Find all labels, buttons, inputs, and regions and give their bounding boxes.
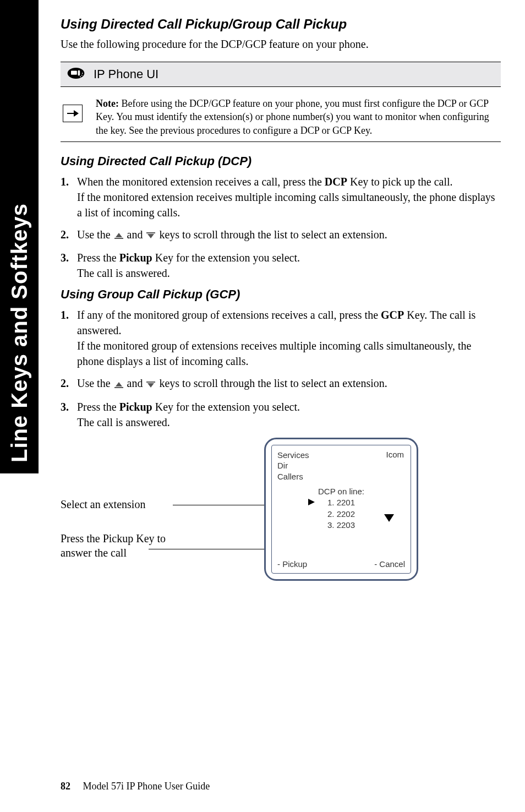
screen-softkey-cancel: - Cancel xyxy=(374,559,405,569)
step-number: 1. xyxy=(61,174,73,220)
svg-point-4 xyxy=(81,75,83,76)
dcp-heading: Using Directed Call Pickup (DCP) xyxy=(61,154,501,168)
footer-text: Model 57i IP Phone User Guide xyxy=(83,781,210,792)
page-content: Using Directed Call Pickup/Group Call Pi… xyxy=(61,17,501,603)
svg-rect-14 xyxy=(146,382,155,383)
svg-rect-13 xyxy=(114,387,123,388)
step-number: 1. xyxy=(61,307,73,369)
svg-marker-7 xyxy=(74,110,79,117)
diagram-label-pickup: Press the Pickup Key to answer the call xyxy=(61,531,171,560)
note-label: Note: xyxy=(96,98,119,109)
svg-marker-8 xyxy=(116,233,122,237)
connector-line xyxy=(149,549,265,549)
diagram-label-select: Select an extension xyxy=(61,498,145,511)
step-body: Press the Pickup Key for the extension y… xyxy=(77,399,501,430)
step-number: 2. xyxy=(61,375,73,392)
gcp-step-1: 1. If any of the monitored group of exte… xyxy=(61,307,501,369)
screen-center-title: DCP on line: xyxy=(277,486,405,497)
section-title: Using Directed Call Pickup/Group Call Pi… xyxy=(61,17,501,32)
svg-marker-11 xyxy=(147,234,154,238)
scroll-down-icon xyxy=(384,514,394,525)
dcp-step-1: 1. When the monitored extension receives… xyxy=(61,174,501,220)
gcp-heading: Using Group Call Pickup (GCP) xyxy=(61,287,501,302)
dcp-step-3: 3. Press the Pickup Key for the extensio… xyxy=(61,250,501,281)
svg-marker-17 xyxy=(384,514,394,522)
screen-bottom-row: - Pickup - Cancel xyxy=(277,559,405,569)
svg-point-3 xyxy=(80,76,81,77)
step-body: Use the and keys to scroll through the l… xyxy=(77,375,501,392)
gcp-step-3: 3. Press the Pickup Key for the extensio… xyxy=(61,399,501,430)
svg-marker-16 xyxy=(308,499,315,505)
up-key-icon xyxy=(113,377,124,393)
step-number: 3. xyxy=(61,399,73,430)
svg-rect-2 xyxy=(78,70,80,76)
page-footer: 82 Model 57i IP Phone User Guide xyxy=(61,781,210,792)
connector-line xyxy=(173,505,265,505)
svg-rect-10 xyxy=(146,232,155,233)
step-body: If any of the monitored group of extensi… xyxy=(77,307,501,369)
svg-marker-12 xyxy=(116,382,122,386)
screen-icom: Icom xyxy=(386,450,404,459)
note-text: Note: Before using the DCP/GCP feature o… xyxy=(96,97,501,137)
screen-diagram: Select an extension Press the Pickup Key… xyxy=(61,438,501,603)
screen-ext-item: 1. 2201 xyxy=(277,497,405,508)
dcp-step-2: 2. Use the and keys to scroll through th… xyxy=(61,227,501,243)
svg-point-5 xyxy=(82,73,83,74)
step-body: Use the and keys to scroll through the l… xyxy=(77,227,501,243)
selection-marker-icon xyxy=(308,497,315,508)
gcp-step-2: 2. Use the and keys to scroll through th… xyxy=(61,375,501,392)
svg-rect-9 xyxy=(114,238,123,239)
step-number: 2. xyxy=(61,227,73,243)
phone-screen-inner: Icom Services Dir Callers DCP on line: 1… xyxy=(271,445,411,574)
down-key-icon xyxy=(145,377,156,393)
phone-icon xyxy=(66,66,86,83)
svg-marker-15 xyxy=(147,383,154,388)
up-key-icon xyxy=(113,228,124,243)
screen-softkey-pickup: - Pickup xyxy=(277,559,307,569)
page-number: 82 xyxy=(61,781,70,792)
intro-text: Use the following procedure for the DCP/… xyxy=(61,36,501,52)
step-number: 3. xyxy=(61,250,73,281)
screen-top-item: Dir xyxy=(277,460,405,471)
note-body: Before using the DCP/GCP feature on your… xyxy=(96,98,489,136)
screen-center: DCP on line: 1. 2201 2. 2202 3. 2203 xyxy=(277,486,405,531)
svg-rect-1 xyxy=(71,71,77,75)
note-row: Note: Before using the DCP/GCP feature o… xyxy=(61,92,501,142)
down-key-icon xyxy=(145,228,156,243)
phone-screen: Icom Services Dir Callers DCP on line: 1… xyxy=(264,438,418,581)
note-arrow-icon xyxy=(63,105,83,122)
ip-phone-ui-bar: IP Phone UI xyxy=(61,62,501,87)
step-body: Press the Pickup Key for the extension y… xyxy=(77,250,501,281)
side-tab: Line Keys and Softkeys xyxy=(0,0,39,473)
screen-top-item: Callers xyxy=(277,471,405,482)
ui-bar-label: IP Phone UI xyxy=(94,67,158,81)
step-body: When the monitored extension receives a … xyxy=(77,174,501,220)
